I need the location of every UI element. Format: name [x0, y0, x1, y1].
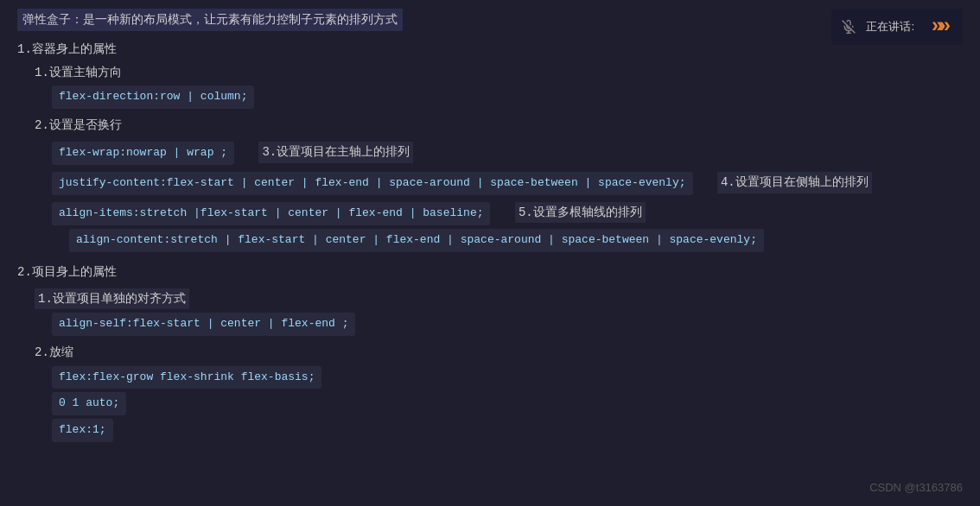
code1-3: justify-content:flex-start | center | fl… — [52, 172, 693, 195]
mic-icon — [840, 18, 857, 35]
sub1-3-label: 3.设置项目在主轴上的排列 — [262, 145, 410, 159]
section1-header: 1.容器身上的属性 — [17, 40, 963, 59]
intro-text: 弹性盒子：是一种新的布局模式，让元素有能力控制子元素的排列方式 — [22, 13, 398, 27]
sub1-3-header: 3.设置项目在主轴上的排列 — [258, 142, 413, 162]
sub1-5-header: 5.设置多根轴线的排列 — [515, 202, 646, 223]
code2-2c-text: flex:1; — [59, 423, 106, 436]
code2-2b: 0 1 auto; — [52, 392, 126, 415]
code2-1: align-self:flex-start | center | flex-en… — [52, 313, 355, 336]
sub2-1-label: 1.设置项目单独的对齐方式 — [38, 292, 186, 306]
code1-2: flex-wrap:nowrap | wrap ; — [52, 142, 234, 165]
speaking-panel: 正在讲话: »» — [831, 9, 963, 45]
code1-4: align-items:stretch |flex-start | center… — [52, 202, 490, 225]
code2-2a-text: flex:flex-grow flex-shrink flex-basis; — [59, 370, 315, 383]
code2-2b-text: 0 1 auto; — [59, 396, 119, 409]
sub1-4-label: 4.设置项目在侧轴上的排列 — [721, 175, 869, 189]
sub1-4-header: 4.设置项目在侧轴上的排列 — [717, 172, 872, 193]
main-content: 弹性盒子：是一种新的布局模式，让元素有能力控制子元素的排列方式 1.容器身上的属… — [0, 0, 980, 506]
watermark: CSDN @t3163786 — [869, 479, 963, 497]
watermark-text: CSDN @t3163786 — [869, 481, 963, 494]
sub2-1-header: 1.设置项目单独的对齐方式 — [35, 288, 189, 309]
logo-icon: »» — [923, 14, 954, 40]
sub2-2-label: 2.放缩 — [35, 345, 73, 359]
section1-label: 1.容器身上的属性 — [17, 42, 117, 56]
code2-1-text: align-self:flex-start | center | flex-en… — [59, 317, 348, 330]
section2-header: 2.项目身上的属性 — [17, 262, 963, 281]
code1-1-text: flex-direction:row | column; — [59, 90, 247, 103]
sub1-2-label: 2.设置是否换行 — [35, 118, 122, 132]
sub1-2-header: 2.设置是否换行 — [35, 116, 963, 135]
code2-2c: flex:1; — [52, 419, 113, 442]
code1-3-text: justify-content:flex-start | center | fl… — [59, 176, 686, 189]
code2-2a: flex:flex-grow flex-shrink flex-basis; — [52, 366, 321, 389]
speaking-text: 正在讲话: — [866, 18, 914, 36]
code1-4-text: align-items:stretch |flex-start | center… — [59, 206, 483, 219]
sub2-2-header: 2.放缩 — [35, 343, 963, 362]
section2-label: 2.项目身上的属性 — [17, 265, 117, 279]
sub1-1-header: 1.设置主轴方向 — [35, 63, 963, 82]
intro-line: 弹性盒子：是一种新的布局模式，让元素有能力控制子元素的排列方式 — [17, 9, 403, 31]
sub1-5-label: 5.设置多根轴线的排列 — [519, 206, 642, 219]
code1-1: flex-direction:row | column; — [52, 85, 254, 109]
sub1-1-label: 1.设置主轴方向 — [35, 66, 122, 79]
code1-2-text: flex-wrap:nowrap | wrap ; — [59, 146, 227, 159]
logo-chevrons: »» — [932, 10, 946, 43]
code1-5-text: align-content:stretch | flex-start | cen… — [76, 233, 757, 246]
code1-5: align-content:stretch | flex-start | cen… — [69, 229, 764, 252]
